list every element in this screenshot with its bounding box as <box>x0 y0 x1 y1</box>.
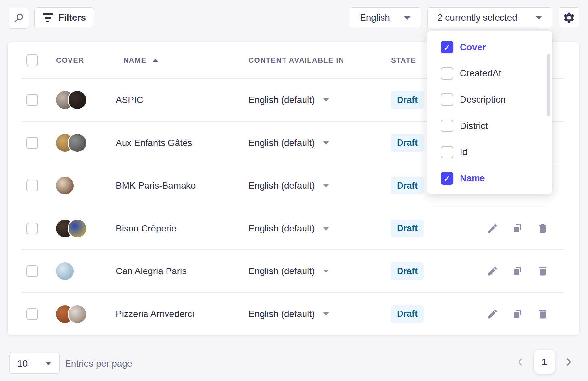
entry-name: BMK Paris-Bamako <box>116 180 196 191</box>
status-badge: Draft <box>391 91 424 109</box>
column-option-createdat[interactable]: CreatedAt <box>427 60 552 87</box>
columns-dropdown-panel: Cover CreatedAt Description District Id … <box>427 31 552 194</box>
status-badge: Draft <box>391 134 424 152</box>
row-checkbox[interactable] <box>26 180 38 191</box>
settings-button[interactable] <box>559 7 579 28</box>
column-option-id[interactable]: Id <box>427 139 552 165</box>
locale-dropdown[interactable]: English (default) <box>248 95 329 105</box>
checkbox[interactable] <box>441 172 453 185</box>
next-page-button[interactable] <box>561 354 576 370</box>
locale-dropdown[interactable]: English (default) <box>248 309 329 319</box>
edit-button[interactable] <box>486 308 499 321</box>
entry-name: Pizzeria Arrivederci <box>116 309 194 319</box>
copy-icon <box>512 265 523 277</box>
entry-name: Can Alegria Paris <box>116 266 186 276</box>
chevron-down-icon <box>404 16 411 20</box>
column-option-cover[interactable]: Cover <box>427 34 552 60</box>
cover-avatar <box>68 90 87 110</box>
filters-button[interactable]: Filters <box>34 7 94 28</box>
entry-name: Bisou Crêperie <box>116 223 176 234</box>
delete-button[interactable] <box>536 308 549 321</box>
table-row[interactable]: Pizzeria Arrivederci English (default) D… <box>8 293 579 336</box>
column-option-district[interactable]: District <box>427 113 552 139</box>
row-checkbox[interactable] <box>26 223 38 234</box>
gear-icon <box>563 11 575 24</box>
chevron-down-icon <box>45 362 51 365</box>
filters-button-label: Filters <box>58 12 86 23</box>
filter-icon <box>43 13 53 22</box>
entry-name: Aux Enfants Gâtés <box>116 138 192 148</box>
column-header-cover: COVER <box>56 56 84 65</box>
chevron-down-icon <box>323 98 329 102</box>
chevron-down-icon <box>323 312 329 316</box>
chevron-right-icon <box>564 357 574 367</box>
row-checkbox[interactable] <box>26 94 38 106</box>
trash-icon <box>537 265 549 277</box>
chevron-left-icon <box>516 357 525 367</box>
trash-icon <box>537 223 549 234</box>
search-button[interactable] <box>9 8 29 29</box>
page-size-select[interactable]: 10 <box>9 353 60 374</box>
cover-avatar <box>68 219 87 238</box>
cover-avatar <box>68 304 87 324</box>
row-checkbox[interactable] <box>26 137 38 149</box>
copy-icon <box>512 308 523 320</box>
column-option-description[interactable]: Description <box>427 87 552 113</box>
edit-button[interactable] <box>486 265 499 278</box>
page-size-value: 10 <box>17 358 28 369</box>
duplicate-button[interactable] <box>511 222 524 235</box>
checkbox[interactable] <box>441 146 453 158</box>
table-row[interactable]: Bisou Crêperie English (default) Draft <box>8 207 579 250</box>
chevron-down-icon <box>323 227 329 230</box>
column-header-state: STATE <box>391 56 416 65</box>
select-all-checkbox[interactable] <box>26 54 38 66</box>
column-header-content-available-in: CONTENT AVAILABLE IN <box>248 56 344 65</box>
duplicate-button[interactable] <box>511 265 524 278</box>
copy-icon <box>512 223 523 234</box>
row-checkbox[interactable] <box>26 265 38 277</box>
locale-dropdown[interactable]: English (default) <box>248 138 329 148</box>
locale-select-value: English <box>360 12 390 23</box>
page-1-button[interactable]: 1 <box>534 350 555 374</box>
row-checkbox[interactable] <box>26 308 38 320</box>
delete-button[interactable] <box>536 222 549 235</box>
column-header-name[interactable]: NAME <box>123 56 158 65</box>
status-badge: Draft <box>391 177 424 194</box>
dropdown-scrollbar[interactable] <box>547 54 550 116</box>
table-row[interactable]: Can Alegria Paris English (default) Draf… <box>8 250 579 293</box>
entries-per-page-label: Entries per page <box>65 358 132 369</box>
cover-cell <box>55 261 75 281</box>
cover-cell <box>55 176 75 195</box>
cover-avatar <box>68 133 87 153</box>
locale-select[interactable]: English <box>350 7 421 28</box>
chevron-down-icon <box>536 16 542 20</box>
checkbox[interactable] <box>441 41 453 53</box>
pencil-icon <box>486 308 498 320</box>
chevron-down-icon <box>323 141 329 145</box>
duplicate-button[interactable] <box>511 308 524 321</box>
locale-dropdown[interactable]: English (default) <box>248 223 329 234</box>
cover-avatar <box>55 261 75 281</box>
pencil-icon <box>486 223 498 234</box>
column-option-name[interactable]: Name <box>427 165 552 191</box>
pencil-icon <box>486 265 498 277</box>
checkbox[interactable] <box>441 93 453 106</box>
locale-dropdown[interactable]: English (default) <box>248 180 329 191</box>
chevron-down-icon <box>323 184 329 187</box>
delete-button[interactable] <box>536 265 549 278</box>
locale-dropdown[interactable]: English (default) <box>248 266 329 276</box>
trash-icon <box>537 308 549 320</box>
status-badge: Draft <box>391 305 424 323</box>
entry-name: ASPIC <box>116 95 143 105</box>
cover-cell <box>55 90 87 110</box>
status-badge: Draft <box>391 220 424 237</box>
cover-cell <box>55 304 87 324</box>
columns-select[interactable]: 2 currently selected <box>427 7 552 28</box>
checkbox[interactable] <box>441 120 453 132</box>
cover-avatar <box>55 176 75 195</box>
checkbox[interactable] <box>441 67 453 80</box>
previous-page-button[interactable] <box>513 354 528 370</box>
search-icon <box>13 13 24 23</box>
edit-button[interactable] <box>486 222 499 235</box>
cover-cell <box>55 133 87 153</box>
